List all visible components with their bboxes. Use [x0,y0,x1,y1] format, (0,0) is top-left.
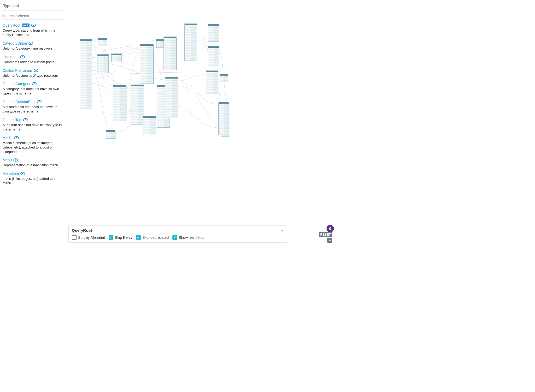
type-link[interactable]: QueryRootroot [3,23,36,27]
type-description: A tag that does not have its own type in… [3,123,64,132]
entity-box[interactable] [140,44,154,84]
entity-field-row[interactable] [80,108,92,109]
entity-field-row[interactable] [219,134,229,135]
entity-field-row[interactable] [208,40,219,41]
entity-box[interactable] [106,130,115,139]
entity-box[interactable] [113,85,126,121]
entity-box[interactable] [164,37,177,70]
type-description: Comments added to custom posts [3,60,64,64]
entity-field-row[interactable] [206,92,218,93]
entity-field-row[interactable] [97,72,108,73]
eye-icon[interactable] [34,69,38,72]
type-item: GenericCategoryA category that does not … [3,81,64,96]
type-name-text: Menu [3,158,12,162]
type-link[interactable]: Menu [3,158,18,162]
panel-option[interactable]: Show leaf fields [172,235,204,240]
entity-box[interactable] [208,24,219,42]
type-item: CustomPostUnionUnion of 'custom post' ty… [3,68,64,78]
eye-icon[interactable] [28,42,33,45]
type-description: Union of 'custom post' type resolvers [3,74,64,78]
panel-option[interactable]: Skip Relay [109,235,132,240]
entity-box[interactable] [111,54,122,62]
schema-diagram[interactable] [72,37,276,159]
entity-field-row[interactable] [143,133,156,135]
entity-field-row[interactable] [106,137,115,138]
checkbox[interactable] [109,235,113,240]
type-name-text: MenuItem [3,171,19,176]
type-description: Media elements (such as images, videos, … [3,141,64,154]
entity-field-row[interactable] [220,80,228,81]
entity-field-row[interactable] [113,120,126,121]
eye-icon[interactable] [37,100,42,103]
type-link[interactable]: GenericCategory [3,82,37,86]
type-link[interactable]: GenericCustomPost [3,100,42,104]
entity-box[interactable] [206,70,218,93]
search-input[interactable] [3,12,64,20]
sidebar-title: Type List [3,2,64,11]
entity-field-row[interactable] [165,116,178,118]
zoom-out-button[interactable]: − [327,238,332,243]
entity-box[interactable] [156,39,164,48]
entity-field-row[interactable] [140,82,153,84]
entity-field-row[interactable] [156,46,164,47]
search-wrap [3,12,64,20]
notification-badge[interactable]: 0 [327,225,334,232]
type-link[interactable]: CategoryUnion [3,41,33,45]
entity-box[interactable] [98,38,107,45]
eye-icon[interactable] [32,82,37,85]
entity-field-row[interactable] [131,123,144,124]
type-link[interactable]: MenuItem [3,171,25,176]
entity-field-row[interactable] [185,59,197,61]
entity-box[interactable] [143,116,156,135]
entity-box[interactable] [165,77,178,118]
eye-icon[interactable] [31,24,36,27]
chevron-down-icon[interactable]: ▼ [281,229,284,232]
entity-box[interactable] [131,85,144,124]
type-name-text: Comment [3,55,19,59]
entity-field-row[interactable] [221,135,229,136]
entity-field-row[interactable] [164,68,176,70]
type-description: Representation of a navigation menu [3,163,64,168]
type-name-text: CustomPostUnion [3,68,32,73]
entity-box[interactable] [218,102,229,135]
entity-box[interactable] [184,23,197,61]
checkbox[interactable] [136,235,141,240]
entity-box[interactable] [208,46,219,66]
eye-icon[interactable] [20,172,25,175]
type-description: Union of 'category' type resolvers [3,46,64,51]
panel-header[interactable]: QueryRoot ▼ [72,228,284,233]
checkbox[interactable] [172,235,177,240]
type-description: A category that does not have its own ty… [3,87,64,96]
panel-options: Sort by AlphabetSkip RelaySkip deprecate… [72,235,284,240]
type-item: MediaMedia elements (such as images, vid… [3,135,64,154]
type-name-text: Media [3,136,13,140]
eye-icon[interactable] [20,55,25,58]
entity-field-row[interactable] [98,44,107,45]
eye-icon[interactable] [23,118,28,121]
entity-field-row[interactable] [112,61,121,62]
type-link[interactable]: GenericTag [3,118,28,122]
entity-box[interactable] [220,74,228,81]
checkbox[interactable] [72,235,77,240]
type-item: CategoryUnionUnion of 'category' type re… [3,41,64,51]
entity-box[interactable] [80,39,92,109]
panel-option[interactable]: Sort by Alphabet [72,235,105,240]
type-link[interactable]: Comment [3,55,25,59]
eye-icon[interactable] [13,158,18,162]
type-link[interactable]: CustomPostUnion [3,68,38,73]
type-name-text: QueryRoot [3,23,20,27]
canvas[interactable]: QueryRoot ▼ Sort by AlphabetSkip RelaySk… [67,0,334,245]
option-label: Skip deprecated [142,235,169,240]
panel-option[interactable]: Skip deprecated [136,235,169,240]
type-list: QueryRootrootQuery type, starting from w… [3,23,64,186]
type-link[interactable]: Media [3,136,19,140]
entity-field-row[interactable] [208,65,219,66]
type-item: MenuItemItems (links, pages, etc) added … [3,171,64,186]
type-description: A custom post that does not have its own… [3,105,64,114]
type-detail-panel: QueryRoot ▼ Sort by AlphabetSkip RelaySk… [68,225,287,243]
entity-box[interactable] [97,54,109,73]
entity-field-row[interactable] [157,126,170,127]
eye-icon[interactable] [14,136,19,139]
type-item: MenuRepresentation of a navigation menu [3,158,64,168]
reset-button[interactable]: RESET [319,232,332,237]
